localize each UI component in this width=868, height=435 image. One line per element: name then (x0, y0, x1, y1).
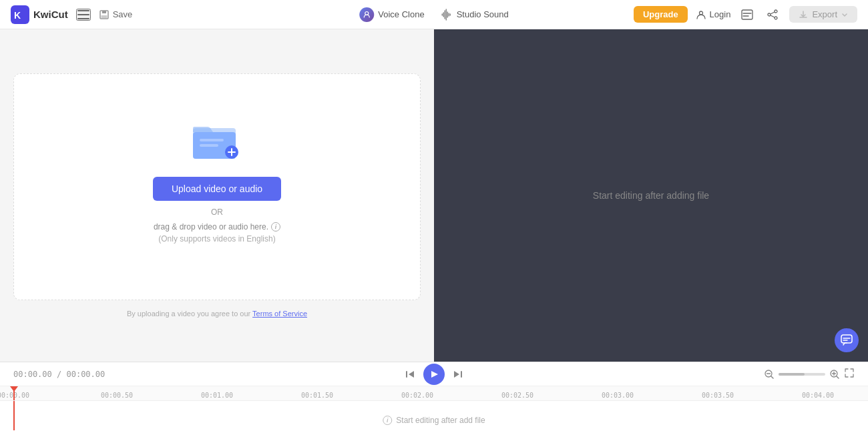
chevron-down-icon (841, 11, 848, 18)
timeline-hint: i Start editing after add file (383, 416, 485, 425)
fullscreen-button[interactable] (844, 368, 855, 380)
folder-icon-wrap (190, 117, 244, 163)
svg-rect-7 (101, 15, 107, 18)
login-button[interactable]: Login (696, 9, 731, 20)
voice-clone-label: Voice Clone (378, 9, 424, 19)
export-button[interactable]: Export (789, 6, 857, 23)
time-display: 00:00.00 / 00:00.00 (13, 370, 105, 379)
zoom-controls (764, 368, 855, 380)
export-label: Export (812, 9, 837, 19)
playhead-arrow (10, 386, 18, 392)
share-icon (767, 9, 779, 21)
svg-line-17 (771, 15, 775, 17)
logo-wrap: K KwiCut (11, 5, 68, 24)
chat-bubble-button[interactable] (835, 328, 859, 352)
studio-sound-button[interactable]: Studio Sound (441, 9, 509, 21)
svg-line-32 (771, 376, 773, 378)
tos-link[interactable]: Terms of Service (252, 310, 307, 318)
svg-rect-10 (742, 10, 752, 19)
svg-rect-3 (77, 14, 89, 15)
folder-icon (190, 117, 244, 161)
svg-point-15 (775, 17, 777, 19)
timeline-hint-text: Start editing after add file (396, 416, 485, 425)
upgrade-button[interactable]: Upgrade (634, 6, 688, 23)
login-label: Login (710, 9, 731, 19)
hint-info-icon: i (383, 416, 392, 425)
zoom-out-icon (764, 369, 775, 380)
zoom-slider[interactable] (779, 373, 825, 376)
skip-back-button[interactable] (402, 366, 418, 382)
voice-clone-button[interactable]: Voice Clone (359, 7, 424, 22)
voice-clone-icon (359, 7, 374, 22)
user-icon (696, 9, 706, 20)
ruler-mark-1: 00:00.50 (101, 392, 133, 399)
svg-point-14 (768, 13, 771, 16)
svg-rect-21 (200, 144, 218, 147)
ruler-mark-5: 00:02.50 (501, 392, 533, 399)
svg-rect-2 (77, 10, 89, 11)
logo-text: KwiCut (33, 9, 68, 20)
playback-controls (402, 364, 466, 385)
playhead[interactable] (13, 386, 15, 400)
ruler-bar: 00:00.00 00:00.50 00:01.00 00:01.50 00:0… (0, 386, 868, 401)
zoom-out-button[interactable] (764, 369, 775, 380)
subtitles-icon (741, 9, 753, 20)
svg-rect-4 (77, 18, 89, 19)
svg-rect-25 (841, 335, 852, 343)
ruler-mark-8: 00:04.00 (802, 392, 834, 399)
svg-rect-28 (406, 371, 407, 378)
subtitles-icon-button[interactable] (738, 7, 756, 23)
ruler-mark-6: 00:03.00 (602, 392, 634, 399)
ruler-mark-3: 00:01.50 (301, 392, 333, 399)
right-panel: Start editing after adding file (434, 29, 868, 362)
zoom-in-button[interactable] (829, 369, 840, 380)
ruler-mark-0: 00:00.00 (0, 392, 29, 399)
preview-placeholder: Start editing after adding file (593, 190, 709, 201)
left-panel: Upload video or audio OR drag & drop vid… (0, 29, 434, 362)
ruler-mark-2: 00:01.00 (201, 392, 233, 399)
drag-drop-text: drag & drop video or audio here. i (154, 222, 280, 232)
main-area: Upload video or audio OR drag & drop vid… (0, 29, 868, 362)
save-label: Save (113, 9, 133, 19)
svg-point-9 (699, 11, 702, 15)
timeline-area: 00:00.00 / 00:00.00 (0, 362, 868, 435)
timeline-ruler: 00:00.00 00:00.50 00:01.00 00:01.50 00:0… (0, 386, 868, 435)
header-center: Voice Clone Studio Sound (359, 7, 508, 22)
svg-line-16 (771, 12, 775, 14)
upload-zone[interactable]: Upload video or audio OR drag & drop vid… (13, 73, 421, 300)
timeline-controls: 00:00.00 / 00:00.00 (0, 362, 868, 386)
or-text: OR (211, 207, 223, 217)
svg-text:K: K (14, 10, 21, 21)
export-icon (799, 10, 808, 19)
save-button[interactable]: Save (99, 9, 133, 20)
zoom-slider-track (779, 373, 805, 376)
svg-line-36 (837, 376, 839, 378)
ruler-mark-7: 00:03.50 (702, 392, 734, 399)
studio-sound-label: Studio Sound (457, 9, 509, 19)
timeline-content: i Start editing after add file (0, 401, 868, 430)
playhead-line (13, 401, 15, 430)
play-icon (430, 370, 439, 379)
svg-point-13 (775, 10, 777, 13)
header: K KwiCut Save (0, 0, 868, 29)
ruler-mark-4: 00:02.00 (401, 392, 433, 399)
skip-forward-button[interactable] (450, 366, 466, 382)
menu-icon[interactable] (76, 9, 91, 21)
logo-icon: K (11, 5, 29, 24)
svg-rect-29 (461, 371, 462, 378)
svg-rect-6 (102, 11, 106, 13)
skip-back-icon (405, 369, 415, 380)
english-note: (Only supports videos in English) (158, 234, 275, 244)
skip-forward-icon (453, 369, 463, 380)
fullscreen-icon (844, 368, 855, 378)
zoom-in-icon (829, 369, 840, 380)
studio-sound-icon (441, 9, 453, 21)
play-button[interactable] (423, 364, 445, 385)
drag-info-icon: i (271, 222, 280, 232)
svg-rect-20 (200, 139, 224, 141)
share-icon-button[interactable] (764, 6, 781, 23)
tos-text: By uploading a video you agree to our Te… (127, 310, 307, 318)
chat-icon (841, 334, 853, 346)
upload-button[interactable]: Upload video or audio (153, 177, 281, 201)
